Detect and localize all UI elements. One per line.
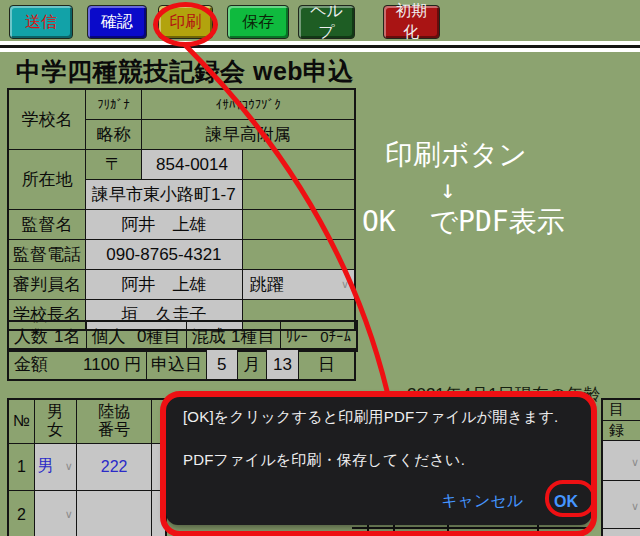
page-title: 中学四種競技記録会 web申込 (16, 55, 354, 88)
roster-row1-sex-value: 男 (38, 456, 54, 477)
roster-row2-no: 2 (8, 490, 34, 536)
fee-row: 金額 1100 円 申込日 5 月 13 日 (7, 348, 356, 381)
judge-event-value: 跳躍 (250, 273, 284, 296)
chevron-down-icon: ∨ (65, 461, 73, 472)
postal-mark-label: 〒 (85, 150, 141, 180)
relay-count-value: 0ﾁｰﾑ (320, 328, 351, 345)
dialog-ok-button[interactable]: OK (554, 493, 578, 511)
roster-header-assoc-number: 陸協 番号 (76, 399, 151, 443)
individual-count-label: 個人 (92, 325, 126, 348)
abbreviation-field[interactable]: 諫早高附属 (142, 120, 355, 150)
roster-row1-no: 1 (8, 443, 34, 490)
roster-row1-assoc-field[interactable]: 222 (76, 443, 151, 490)
roster-right-row3-clipped (602, 528, 640, 536)
print-confirm-dialog: [OK]をクリックすると印刷用PDFファイルが開きます. PDFファイルを印刷・… (166, 396, 592, 525)
roster-table: № 男 女 陸協 番号 1 男 ∨ 222 2 (7, 398, 167, 536)
coach-empty-cell (242, 210, 355, 240)
roster-row2-hidden-cell (152, 490, 166, 536)
roster-header-no: № (8, 399, 34, 443)
chevron-down-icon: ∨ (65, 509, 73, 520)
roster-right-header-event: 目 (602, 399, 640, 420)
roster-row-1: 1 男 ∨ 222 (8, 443, 166, 490)
address-label: 所在地 (8, 150, 85, 210)
address-empty-cell (242, 180, 355, 210)
judge-event-select[interactable]: 跳躍 ∨ (242, 270, 355, 300)
combined-count-cell: 混成 1種目 (186, 321, 280, 351)
roster-right-header-record: 録 (602, 420, 640, 440)
coach-name-field[interactable]: 阿井 上雄 (85, 210, 242, 240)
chevron-down-icon: ∨ (631, 500, 639, 512)
address-field[interactable]: 諫早市東小路町1-7 (85, 180, 242, 210)
chevron-down-icon: ∨ (631, 456, 639, 468)
annotation-print-button-text: 印刷ボタン (385, 141, 527, 169)
roster-row-2: 2 ∨ (8, 490, 166, 536)
roster-grid-tick (367, 525, 369, 536)
roster-right-row2-select[interactable]: ∨ (602, 480, 640, 528)
fee-amount-label: 金額 (14, 353, 48, 376)
roster-grid-tick (447, 525, 449, 536)
chevron-down-icon: ∨ (341, 279, 349, 290)
dialog-message-line2: PDFファイルを印刷・保存してください. (183, 451, 465, 470)
school-name-label: 学校名 (8, 89, 85, 150)
print-button[interactable]: 印刷 (158, 5, 213, 39)
combined-count-value: 1種目 (231, 325, 274, 348)
phone-empty-cell (242, 240, 355, 270)
people-count-value: 1名 (54, 325, 80, 348)
abbreviation-label: 略称 (85, 120, 141, 150)
roster-header-sex: 男 女 (34, 399, 76, 443)
roster-row1-hidden-cell (152, 443, 166, 490)
roster-row2-assoc-field[interactable] (76, 490, 151, 536)
combined-count-label: 混成 (192, 325, 226, 348)
roster-grid-line (352, 527, 592, 529)
roster-grid-tick (393, 525, 395, 536)
apply-date-label: 申込日 (147, 349, 206, 380)
furigana-field[interactable]: ｲｻﾊﾔｺｳﾌｿﾞｸ (142, 89, 355, 120)
judge-name-label: 審判員名 (8, 270, 85, 300)
roster-header-assoc-bottom: 番号 (77, 421, 151, 439)
relay-count-cell: ﾘﾚｰ 0ﾁｰﾑ (280, 321, 357, 351)
annotation-ok-pdf-text: OK でPDF表示 (362, 208, 565, 236)
roster-header-sex-top: 男 (35, 403, 76, 421)
relay-count-label: ﾘﾚｰ (286, 328, 309, 345)
fee-amount-value: 1100 円 (83, 353, 141, 376)
apply-month-field[interactable]: 5 (206, 349, 237, 380)
individual-count-cell: 個人 0種目 (86, 321, 186, 351)
people-count-cell: 人数 1名 (8, 321, 86, 351)
dialog-actions: キャンセル OK (441, 491, 578, 512)
roster-grid-tick (537, 525, 539, 536)
dialog-message-line1: [OK]をクリックすると印刷用PDFファイルが開きます. (183, 408, 558, 427)
confirm-button[interactable]: 確認 (87, 5, 147, 39)
roster-right-row1-select[interactable]: ∨ (602, 440, 640, 480)
roster-right-column: 目 録 ∨ ∨ (601, 398, 640, 536)
roster-row2-sex-select[interactable]: ∨ (34, 490, 76, 536)
people-count-label: 人数 (14, 325, 48, 348)
roster-header-assoc-top: 陸協 (77, 403, 151, 421)
judge-name-field[interactable]: 阿井 上雄 (85, 270, 242, 300)
app-window: 送信 確認 印刷 保存 ヘルプ 初期化 中学四種競技記録会 web申込 学校名 … (0, 0, 640, 536)
postal-code-field[interactable]: 854-0014 (142, 150, 243, 180)
individual-count-value: 0種目 (137, 325, 180, 348)
apply-day-field[interactable]: 13 (266, 349, 298, 380)
save-button[interactable]: 保存 (227, 5, 289, 39)
coach-phone-label: 監督電話 (8, 240, 85, 270)
entry-form-table: 学校名 ﾌﾘｶﾞﾅ ｲｻﾊﾔｺｳﾌｿﾞｸ 略称 諫早高附属 所在地 〒 854-… (7, 88, 356, 331)
dialog-cancel-button[interactable]: キャンセル (441, 491, 523, 512)
day-unit-label: 日 (299, 349, 355, 380)
month-unit-label: 月 (237, 349, 266, 380)
coach-phone-field[interactable]: 090-8765-4321 (85, 240, 242, 270)
separator-rule (0, 45, 640, 48)
roster-header-hidden-col (152, 399, 166, 443)
help-button[interactable]: ヘルプ (298, 5, 355, 39)
roster-header-sex-bottom: 女 (35, 421, 76, 439)
initialize-button[interactable]: 初期化 (383, 5, 440, 39)
fee-amount-cell: 金額 1100 円 (8, 349, 147, 380)
annotation-arrow-down: ↓ (440, 177, 455, 202)
coach-name-label: 監督名 (8, 210, 85, 240)
send-button[interactable]: 送信 (9, 5, 73, 39)
postal-empty-cell (242, 150, 355, 180)
roster-row1-sex-select[interactable]: 男 ∨ (34, 443, 76, 490)
furigana-label: ﾌﾘｶﾞﾅ (85, 89, 141, 120)
